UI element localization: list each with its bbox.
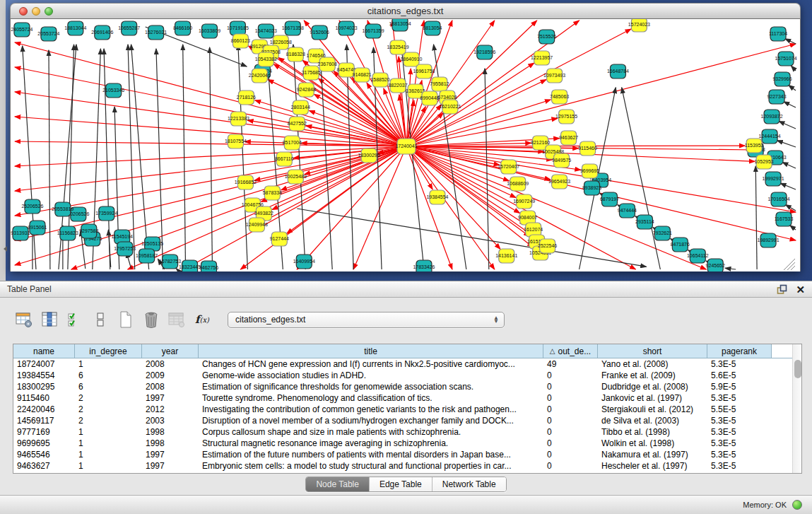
window-titlebar[interactable]: citations_edges.txt [10, 3, 801, 19]
table-row[interactable]: 1456911722003Disruption of a novel membe… [13, 415, 792, 426]
table-row[interactable]: 911546021997Tourette syndrome. Phenomeno… [13, 392, 792, 404]
table-cell[interactable]: 1998 [142, 438, 199, 449]
graph-node[interactable]: 7515526 [537, 30, 556, 44]
table-row[interactable]: 946362711997Embryonic stem cells: a mode… [13, 460, 792, 472]
graph-node[interactable]: 1588520 [370, 73, 389, 87]
graph-node[interactable]: 18107554 [225, 134, 247, 148]
graph-node[interactable]: 3175685 [302, 66, 321, 80]
table-cell[interactable]: Genome-wide association studies in ADHD. [199, 370, 543, 381]
table-cell[interactable]: 1 [75, 426, 142, 438]
graph-node[interactable]: 10543382 [255, 52, 277, 66]
graph-node[interactable]: 16961758 [413, 64, 435, 78]
table-cell[interactable]: 1 [75, 358, 142, 370]
graph-node[interactable]: 9849575 [552, 153, 571, 168]
table-row[interactable]: 969969511998Structural magnetic resonanc… [13, 438, 792, 449]
table-cell[interactable]: 22420046 [13, 404, 75, 415]
table-cell[interactable]: 2008 [142, 358, 199, 370]
table-cell[interactable]: 9115460 [13, 392, 75, 404]
graph-node[interactable]: 22420046 [249, 69, 271, 83]
close-panel-icon[interactable]: ✕ [796, 284, 805, 295]
table-cell[interactable]: Tourette syndrome. Phenomenology and cla… [199, 392, 543, 404]
table-cell[interactable]: 1997 [142, 460, 199, 472]
graph-node[interactable]: 8938923 [582, 181, 601, 195]
graph-node[interactable]: 16782753 [159, 255, 181, 269]
graph-node[interactable]: 10974023 [336, 21, 358, 35]
table-cell[interactable]: 0 [543, 404, 598, 415]
table-cell[interactable]: Corpus callosum shape and size in male p… [199, 426, 543, 438]
table-cell[interactable]: 2009 [142, 370, 199, 381]
row-height-icon[interactable] [89, 308, 112, 331]
graph-node[interactable]: 6879197 [600, 192, 619, 206]
table-cell[interactable]: 2012 [142, 404, 199, 415]
graph-node[interactable]: 19992971 [763, 172, 784, 186]
graph-node[interactable]: 16907249 [513, 194, 535, 209]
select-all-rows-icon[interactable] [64, 308, 86, 331]
graph-node[interactable]: 7485063 [550, 90, 569, 104]
graph-node[interactable]: 1052953 [755, 155, 774, 169]
graph-node[interactable]: 9152606 [310, 25, 329, 40]
graph-node[interactable]: 10688609 [507, 177, 529, 191]
graph-node[interactable]: 20691406 [91, 25, 113, 40]
graph-node[interactable]: 9227343 [767, 90, 786, 104]
graph-node[interactable]: 12093872 [761, 110, 783, 124]
table-cell[interactable]: 0 [543, 370, 598, 381]
graph-node[interactable]: 11156823 [57, 226, 78, 240]
table-options-icon[interactable] [13, 308, 35, 331]
minimize-window-button[interactable] [32, 7, 40, 16]
canvas-resize-grip[interactable] [784, 259, 795, 270]
table-cell[interactable]: 5.6E-5 [707, 370, 772, 381]
graph-node[interactable]: 16671358 [282, 21, 304, 35]
column-header-in_degree[interactable]: in_degree [75, 344, 142, 358]
show-column-icon[interactable] [38, 308, 61, 331]
graph-node[interactable]: 9115460 [578, 141, 597, 156]
table-cell[interactable]: Estimation of the future numbers of pati… [199, 449, 543, 460]
graph-node[interactable]: 18813044 [64, 21, 86, 35]
graph-node[interactable]: 9297588 [79, 224, 98, 238]
graph-node[interactable]: 17957253 [114, 242, 136, 256]
table-cell[interactable]: de Silva et al. (2003) [598, 415, 707, 426]
table-cell[interactable]: 2 [75, 404, 142, 415]
panel-splitter-arrow-icon[interactable] [1, 246, 7, 252]
graph-node[interactable]: 9474444 [618, 204, 637, 218]
graph-node[interactable]: 10973493 [543, 69, 565, 83]
table-cell[interactable]: 5.3E-5 [707, 392, 772, 404]
graph-node[interactable]: 10655287 [118, 21, 140, 35]
graph-node[interactable]: 8915061 [28, 221, 47, 235]
table-row[interactable]: 1872400712008Changes of HCN gene express… [13, 358, 792, 370]
table-cell[interactable]: Disruption of a novel member of a sodium… [199, 415, 543, 426]
graph-node[interactable]: 9127444 [270, 232, 289, 246]
graph-node[interactable]: 12213957 [531, 51, 553, 65]
table-row[interactable]: 946554611997Estimation of the future num… [13, 449, 792, 460]
graph-node[interactable]: 15751074 [775, 52, 797, 66]
graph-node[interactable]: 12213383 [228, 112, 249, 126]
float-panel-icon[interactable] [777, 284, 787, 295]
table-cell[interactable]: Estimation of significance thresholds fo… [199, 381, 543, 392]
table-cell[interactable]: Investigating the contribution of common… [199, 404, 543, 415]
graph-node[interactable]: 18300295 [358, 148, 380, 163]
graph-node[interactable]: 25206526 [21, 199, 43, 214]
table-cell[interactable]: 0 [543, 415, 598, 426]
graph-node[interactable]: 20553819 [52, 202, 73, 216]
graph-node[interactable]: 10654112 [687, 249, 709, 263]
table-cell[interactable]: 0 [543, 426, 598, 438]
table-cell[interactable]: Jankovic et al. (1997) [598, 392, 707, 404]
table-row[interactable]: 1938455462009Genome-wide association stu… [13, 370, 792, 381]
table-cell[interactable]: 1 [75, 460, 142, 472]
column-header-short[interactable]: short [598, 344, 707, 358]
tab-node-table[interactable]: Node Table [306, 477, 370, 491]
graph-node[interactable]: 18813054 [389, 19, 411, 31]
column-header-year[interactable]: year [142, 344, 199, 358]
table-cell[interactable]: 2003 [142, 415, 199, 426]
table-cell[interactable]: 2008 [142, 381, 199, 392]
close-window-button[interactable] [19, 7, 28, 16]
table-cell[interactable]: Structural magnetic resonance image aver… [199, 438, 543, 449]
table-row[interactable]: 977716911998Corpus callosum shape and si… [13, 426, 792, 438]
graph-node[interactable]: 16648784 [607, 64, 629, 78]
table-cell[interactable]: 5.3E-5 [707, 415, 772, 426]
graph-node[interactable]: 8667110 [275, 152, 294, 166]
graph-node[interactable]: 9146821 [353, 68, 372, 82]
graph-node[interactable]: 15474023 [255, 24, 277, 38]
graph-node[interactable]: 15276021 [145, 25, 167, 40]
graph-node[interactable]: 8990448 [420, 91, 439, 105]
table-cell[interactable]: Changes of HCN gene expression and I(f) … [199, 358, 543, 370]
